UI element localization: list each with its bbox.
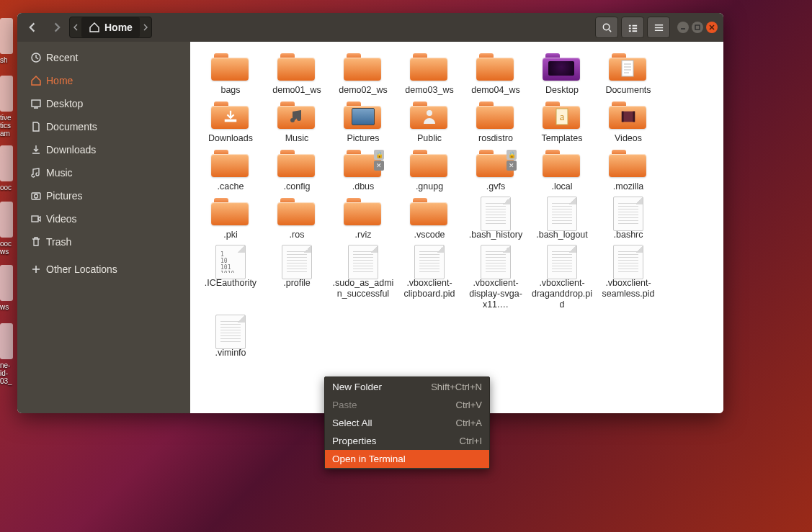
folder-icon <box>543 148 580 177</box>
file-label: Pictures <box>347 133 379 144</box>
sidebar-item-other-locations[interactable]: Other Locations <box>17 258 190 281</box>
folder-icon: 🔒✕ <box>344 148 381 177</box>
folder-icon <box>609 52 646 81</box>
file-item[interactable]: .vboxclient-seamless.pid <box>595 245 661 310</box>
file-item[interactable]: Documents <box>595 52 661 96</box>
file-label: .bash_logout <box>536 230 588 240</box>
file-item[interactable]: Desktop <box>529 52 595 96</box>
file-item[interactable]: .config <box>264 148 330 192</box>
hamburger-menu-button[interactable] <box>647 17 670 38</box>
folder-icon <box>344 52 381 81</box>
context-menu: New Folder Shift+Ctrl+N Paste Ctrl+V Sel… <box>324 377 490 469</box>
file-item[interactable]: .cache <box>197 148 264 192</box>
back-button[interactable] <box>22 17 44 37</box>
sidebar-item-label: Recent <box>46 52 78 63</box>
file-item[interactable]: .pki <box>197 197 264 240</box>
file-item[interactable]: a Templates <box>529 100 595 144</box>
file-item[interactable]: rosdistro <box>463 100 529 144</box>
file-icon <box>481 245 511 279</box>
file-label: Desktop <box>545 85 579 96</box>
file-icon <box>414 245 445 279</box>
file-item[interactable]: .ros <box>264 197 330 240</box>
file-item[interactable]: Videos <box>595 100 661 144</box>
file-item[interactable]: 1101011010 .ICEauthority <box>197 245 264 310</box>
file-item[interactable]: demo02_ws <box>330 52 396 96</box>
file-item[interactable]: .bash_logout <box>529 197 595 240</box>
folder-icon <box>410 148 447 177</box>
file-item[interactable]: .vscode <box>396 197 463 240</box>
context-menu-select-all[interactable]: Select All Ctrl+A <box>325 414 489 432</box>
file-item[interactable]: .sudo_as_admin_successful <box>330 245 396 310</box>
folder-icon <box>609 148 646 177</box>
file-item[interactable]: .profile <box>264 245 330 310</box>
file-item[interactable]: .bashrc <box>595 197 661 240</box>
sidebar-item-music[interactable]: Music <box>17 161 190 184</box>
file-item[interactable]: demo03_ws <box>396 52 463 96</box>
file-item[interactable]: Pictures <box>330 100 396 144</box>
forward-button[interactable] <box>45 17 67 37</box>
context-menu-label: Open in Terminal <box>332 454 406 464</box>
file-item[interactable]: .viminfo <box>197 315 264 359</box>
file-item[interactable]: .vboxclient-clipboard.pid <box>396 245 463 310</box>
file-label: Public <box>417 133 442 144</box>
folder-icon <box>543 52 580 81</box>
nautilus-window: Home Recent <box>17 13 723 413</box>
sidebar-item-home[interactable]: Home <box>17 69 190 92</box>
close-button[interactable] <box>706 22 718 33</box>
file-item[interactable]: Downloads <box>197 100 264 144</box>
file-label: .vboxclient-display-svga-x11.… <box>463 278 528 310</box>
file-label: Templates <box>542 133 583 144</box>
context-menu-open-terminal[interactable]: Open in Terminal <box>325 450 489 468</box>
sidebar-item-label: Pictures <box>46 190 83 202</box>
desktop-label-fragment: ws <box>0 303 17 311</box>
sidebar-item-downloads[interactable]: Downloads <box>17 138 190 161</box>
file-item[interactable]: .gnupg <box>396 148 463 192</box>
file-item[interactable]: .local <box>529 148 595 192</box>
file-label: demo02_ws <box>339 85 387 96</box>
sidebar-item-desktop[interactable]: Desktop <box>17 92 190 115</box>
file-item[interactable]: .bash_history <box>463 197 529 240</box>
file-icon <box>547 197 577 231</box>
minimize-button[interactable] <box>677 22 689 33</box>
file-item[interactable]: 🔒✕ .gvfs <box>463 148 529 192</box>
svg-point-11 <box>35 194 38 198</box>
context-menu-properties[interactable]: Properties Ctrl+I <box>325 432 489 450</box>
svg-text:a: a <box>560 112 565 122</box>
file-icon <box>613 197 643 231</box>
sidebar-item-documents[interactable]: Documents <box>17 115 190 138</box>
context-menu-new-folder[interactable]: New Folder Shift+Ctrl+N <box>325 378 489 396</box>
file-item[interactable]: demo01_ws <box>264 52 330 96</box>
file-icon <box>547 245 577 279</box>
file-item[interactable]: .vboxclient-draganddrop.pid <box>529 245 595 310</box>
file-label: .viminfo <box>215 348 246 359</box>
sidebar-item-trash[interactable]: Trash <box>17 230 190 253</box>
search-button[interactable] <box>595 17 618 38</box>
breadcrumb-current: Home <box>104 22 133 33</box>
sidebar-item-videos[interactable]: Videos <box>17 207 190 230</box>
view-mode-button[interactable] <box>621 17 644 38</box>
file-item[interactable]: Public <box>396 100 463 144</box>
sidebar-item-recent[interactable]: Recent <box>17 46 190 69</box>
file-item[interactable]: Music <box>264 100 330 144</box>
file-item[interactable]: .vboxclient-display-svga-x11.… <box>463 245 529 310</box>
file-item[interactable]: .rviz <box>330 197 396 240</box>
file-label: .vboxclient-clipboard.pid <box>397 278 462 299</box>
file-label: .bash_history <box>469 230 522 240</box>
file-label: .profile <box>283 278 311 289</box>
download-icon <box>26 144 46 155</box>
file-item[interactable]: .mozilla <box>595 148 661 192</box>
sidebar-item-label: Music <box>46 167 73 179</box>
desktop-icon-fragment <box>0 145 13 181</box>
path-bar[interactable]: Home <box>69 17 152 38</box>
file-pane[interactable]: bags demo01_ws demo02_ws demo03_ws demo0… <box>190 42 723 413</box>
file-item[interactable]: demo04_ws <box>463 52 529 96</box>
file-label: Documents <box>605 85 651 96</box>
desktop-icon <box>26 98 46 109</box>
desktop-label-fragment: ooc <box>0 184 17 191</box>
sidebar-item-pictures[interactable]: Pictures <box>17 184 190 207</box>
file-label: demo01_ws <box>272 85 321 96</box>
maximize-button[interactable] <box>692 22 703 33</box>
desktop-icon-fragment <box>0 202 13 238</box>
file-item[interactable]: 🔒✕ .dbus <box>330 148 396 192</box>
file-item[interactable]: bags <box>197 52 264 96</box>
